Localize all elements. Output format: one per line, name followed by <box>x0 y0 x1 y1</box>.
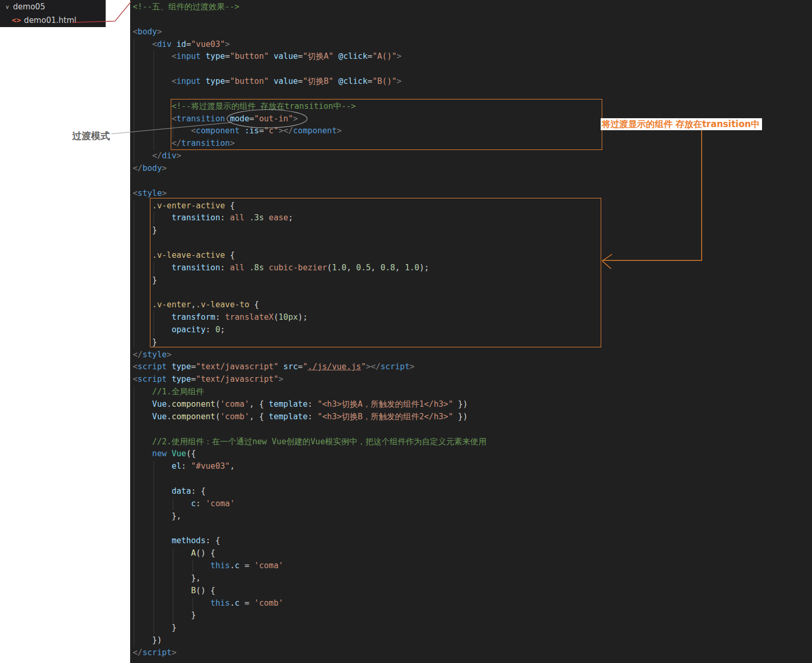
code-line: data: { <box>133 485 486 498</box>
screenshot-root: <!--五、组件的过渡效果--> <body> <div id="vue03">… <box>0 0 812 663</box>
code-line <box>133 423 486 436</box>
code-line: Vue.component('comb', { template: "<h3>切… <box>133 411 486 423</box>
code-line: } <box>133 274 486 287</box>
indent-guide <box>134 200 134 347</box>
code-line: new Vue({ <box>133 448 486 460</box>
indent-guide <box>193 597 193 610</box>
code-line <box>133 286 486 299</box>
code-line: } <box>133 336 486 349</box>
code-line: </script> <box>133 647 486 659</box>
chevron-down-icon: ∨ <box>5 4 9 10</box>
code-line: this.c = 'comb' <box>133 597 486 610</box>
indent-guide <box>134 39 134 163</box>
code-line: Vue.component('coma', { template: "<h3>切… <box>133 398 486 411</box>
code-line: </style> <box>133 349 486 361</box>
code-line: <input type="button" value="切换A" @click=… <box>133 51 486 63</box>
code-line: methods: { <box>133 535 486 547</box>
code-line <box>133 63 486 76</box>
code-line: } <box>133 622 486 634</box>
indent-guide <box>173 126 173 138</box>
indent-guide <box>134 386 134 647</box>
code-line: <transition mode="out-in"> <box>133 113 486 126</box>
transition-mode-note: 过渡模式 <box>72 130 110 142</box>
html-file-icon: <> <box>11 17 21 24</box>
file-explorer: ∨ demo05 <> demo01.html <box>0 0 106 27</box>
code-line: B() { <box>133 585 486 597</box>
code-line: <!--将过渡显示的组件 存放在transition中--> <box>133 101 486 113</box>
code-line <box>133 14 486 26</box>
code-line: transition: all .8s cubic-bezier(1.0, 0.… <box>133 262 486 274</box>
code-line: <component :is="c"></component> <box>133 125 486 137</box>
indent-guide <box>154 212 154 224</box>
indent-guide <box>173 548 173 622</box>
indent-guide <box>154 311 154 336</box>
code-line: <style> <box>133 187 486 200</box>
code-line: <input type="button" value="切换B" @click=… <box>133 76 486 88</box>
indent-guide <box>173 498 173 510</box>
code-line: <body> <box>133 26 486 39</box>
folder-label: demo05 <box>13 2 45 11</box>
code-line: .v-enter-active { <box>133 200 486 212</box>
indent-guide <box>193 560 193 572</box>
code-line: <script type="text/javascript"> <box>133 373 486 386</box>
code-line <box>133 522 486 535</box>
code-line: A() { <box>133 547 486 560</box>
code-line: transform: translateX(10px); <box>133 311 486 324</box>
code-line: transition: all .3s ease; <box>133 212 486 224</box>
code-line: //1.全局组件 <box>133 386 486 398</box>
code-line: }, <box>133 510 486 523</box>
code-line <box>133 237 486 249</box>
code-line: this.c = 'coma' <box>133 560 486 572</box>
code-lines: <!--五、组件的过渡效果--> <body> <div id="vue03">… <box>133 1 486 659</box>
code-line: <div id="vue03"> <box>133 39 486 51</box>
code-line: .v-enter,.v-leave-to { <box>133 299 486 311</box>
code-editor[interactable]: <!--五、组件的过渡效果--> <body> <div id="vue03">… <box>130 0 812 663</box>
transition-note-label: 将过渡显示的组件 存放在transition中 <box>601 118 762 130</box>
code-line <box>133 175 486 187</box>
code-line: <!--五、组件的过渡效果--> <box>133 1 486 14</box>
code-line: <script type="text/javascript" src="./js… <box>133 361 486 373</box>
code-line <box>133 88 486 101</box>
code-line <box>133 473 486 485</box>
explorer-file-demo01[interactable]: <> demo01.html <box>0 14 106 27</box>
code-line: //2.使用组件：在一个通过new Vue创建的Vue根实例中，把这个组件作为自… <box>133 436 486 448</box>
indent-guide <box>154 51 154 150</box>
code-line: opacity: 0; <box>133 324 486 336</box>
code-line: el: "#vue03", <box>133 460 486 473</box>
code-line: }) <box>133 634 486 647</box>
indent-guide <box>154 262 154 274</box>
code-line: </body> <box>133 162 486 175</box>
code-line: }, <box>133 572 486 585</box>
code-line: .v-leave-active { <box>133 249 486 262</box>
code-line: c: 'coma' <box>133 498 486 510</box>
code-line: </div> <box>133 150 486 162</box>
indent-guide <box>154 461 154 635</box>
code-line: </transition> <box>133 137 486 150</box>
file-label: demo01.html <box>24 16 77 25</box>
code-line: } <box>133 609 486 622</box>
code-line: } <box>133 224 486 237</box>
explorer-folder-demo05[interactable]: ∨ demo05 <box>0 0 106 14</box>
